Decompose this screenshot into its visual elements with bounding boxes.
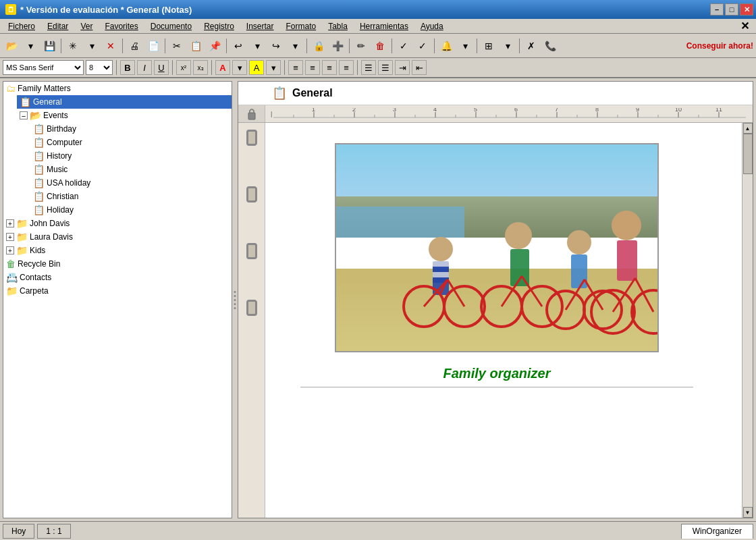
tree-item-general[interactable]: 📋 General	[17, 95, 232, 109]
close-button[interactable]: ✕	[740, 3, 753, 16]
scrollbar-vertical[interactable]: ▲ ▼	[742, 123, 753, 518]
tree-item-kids[interactable]: + 📁 Kids	[3, 244, 232, 257]
asterisk-button[interactable]: ✳	[64, 37, 82, 55]
tree-item-john-davis[interactable]: + 📁 John Davis	[3, 217, 232, 230]
paste-button[interactable]: 📌	[206, 37, 223, 55]
events-expand[interactable]: –	[20, 111, 28, 119]
copy-button[interactable]: 📋	[187, 37, 205, 55]
edit-button[interactable]: ✏	[352, 37, 370, 55]
strikethrough-button[interactable]: ✗	[522, 37, 540, 55]
table-button[interactable]: ⊞	[480, 37, 497, 55]
font-color-button[interactable]: A	[215, 60, 230, 75]
check-button[interactable]: ✓	[395, 37, 412, 55]
scroll-up-button[interactable]: ▲	[743, 123, 753, 134]
toolbar-sep-7	[392, 38, 392, 53]
undo-button[interactable]: ↩	[230, 37, 247, 55]
save-button[interactable]: 💾	[40, 37, 58, 55]
promo-text[interactable]: Conseguir ahora!	[686, 41, 753, 51]
tree-item-contacts[interactable]: 📇 Contacts	[3, 271, 232, 284]
scroll-down-button[interactable]: ▼	[743, 507, 753, 518]
splitter-dot-1	[234, 291, 236, 293]
alarm-button[interactable]: 🔔	[437, 37, 455, 55]
font-select[interactable]: MS Sans Serif	[3, 60, 84, 75]
insert-button[interactable]: ➕	[329, 37, 346, 55]
tree-item-laura-davis[interactable]: + 📁 Laura Davis	[3, 230, 232, 244]
redo-button[interactable]: ↪	[267, 37, 285, 55]
menu-tabla[interactable]: Tabla	[323, 20, 353, 32]
menu-insertar[interactable]: Insertar	[241, 20, 279, 32]
tree-item-family-matters[interactable]: 🗂 Family Matters	[3, 82, 232, 95]
check2-button[interactable]: ✓	[414, 37, 431, 55]
maximize-button[interactable]: □	[725, 3, 738, 16]
tree-item-recycle-bin[interactable]: 🗑 Recycle Bin	[3, 257, 232, 271]
underline-button[interactable]: U	[154, 60, 169, 75]
menu-ayuda[interactable]: Ayuda	[415, 20, 449, 32]
tree-item-christian[interactable]: 📋 Christian	[30, 190, 232, 203]
delete-red[interactable]: ✕	[102, 37, 119, 55]
tree-label-events: Events	[43, 111, 68, 120]
tree-item-holiday[interactable]: 📋 Holiday	[30, 203, 232, 217]
editor-panel: 📋 General | 1 2 3 4	[238, 81, 753, 518]
tree-item-computer[interactable]: 📋 Computer	[30, 136, 232, 149]
editor-content-area[interactable]: Family organizer	[265, 123, 742, 518]
kids-expand[interactable]: +	[6, 246, 14, 254]
menu-formato[interactable]: Formato	[281, 20, 322, 32]
asterisk-dropdown[interactable]: ▾	[83, 37, 101, 55]
title-controls: – □ ✕	[710, 3, 753, 16]
menu-close-button[interactable]: ✕	[736, 20, 753, 32]
numbered-list-button[interactable]: ☰	[378, 60, 393, 75]
toolbar-sep-3	[165, 38, 165, 53]
font-size-select[interactable]: 8	[86, 60, 113, 75]
print-button[interactable]: 🖨	[126, 37, 143, 55]
scroll-thumb[interactable]	[743, 134, 753, 174]
highlight-dropdown[interactable]: ▾	[266, 60, 281, 75]
alarm-dropdown[interactable]: ▾	[456, 37, 474, 55]
tree-item-history[interactable]: 📋 History	[30, 149, 232, 163]
menu-herramientas[interactable]: Herramientas	[354, 20, 414, 32]
laura-davis-expand[interactable]: +	[6, 233, 14, 241]
indent-button[interactable]: ⇥	[395, 60, 410, 75]
preview-button[interactable]: 📄	[144, 37, 162, 55]
italic-button[interactable]: I	[137, 60, 152, 75]
tree-item-carpeta[interactable]: 📁 Carpeta	[3, 284, 232, 298]
subscript-button[interactable]: x₂	[193, 60, 208, 75]
format-toolbar: MS Sans Serif 8 B I U x² x₂ A ▾ A ▾ ≡ ≡ …	[0, 58, 756, 78]
ring-clasp-3	[246, 243, 257, 259]
menu-ver[interactable]: Ver	[75, 20, 98, 32]
phone-button[interactable]: 📞	[541, 37, 559, 55]
panel-splitter[interactable]	[232, 78, 238, 521]
table-dropdown[interactable]: ▾	[499, 37, 516, 55]
tree-item-events[interactable]: – 📂 Events	[17, 109, 232, 122]
bullet-list-button[interactable]: ☰	[361, 60, 376, 75]
align-left-button[interactable]: ≡	[288, 60, 303, 75]
open-dropdown[interactable]: ▾	[22, 37, 39, 55]
toolbar-sep-6	[349, 38, 350, 53]
highlight-button[interactable]: A	[249, 60, 264, 75]
menu-fichero[interactable]: Fichero	[3, 20, 40, 32]
scroll-track[interactable]	[742, 134, 753, 507]
menu-editar[interactable]: Editar	[42, 20, 74, 32]
bold-button[interactable]: B	[120, 60, 135, 75]
tree-item-birthday[interactable]: 📋 Birthday	[30, 122, 232, 136]
outdent-button[interactable]: ⇤	[412, 60, 427, 75]
tree-item-usa-holiday[interactable]: 📋 USA holiday	[30, 176, 232, 190]
redo-dropdown[interactable]: ▾	[286, 37, 304, 55]
align-right-button[interactable]: ≡	[322, 60, 337, 75]
font-color-dropdown[interactable]: ▾	[232, 60, 247, 75]
undo-dropdown[interactable]: ▾	[248, 37, 266, 55]
minimize-button[interactable]: –	[710, 3, 724, 16]
align-justify-button[interactable]: ≡	[339, 60, 354, 75]
tab-winorganizer[interactable]: WinOrganizer	[681, 524, 753, 539]
john-davis-expand[interactable]: +	[6, 219, 14, 227]
delete-button[interactable]: 🗑	[371, 37, 389, 55]
menu-documento[interactable]: Documento	[145, 20, 197, 32]
tree-item-music[interactable]: 📋 Music	[30, 163, 232, 176]
menu-registro[interactable]: Registro	[198, 20, 240, 32]
new-button[interactable]: 📂	[3, 37, 20, 55]
align-center-button[interactable]: ≡	[305, 60, 320, 75]
tree-label-usa-holiday: USA holiday	[47, 178, 90, 188]
lock-button[interactable]: 🔒	[310, 37, 327, 55]
superscript-button[interactable]: x²	[176, 60, 191, 75]
menu-favorites[interactable]: Favorites	[99, 20, 143, 32]
cut-button[interactable]: ✂	[168, 37, 186, 55]
